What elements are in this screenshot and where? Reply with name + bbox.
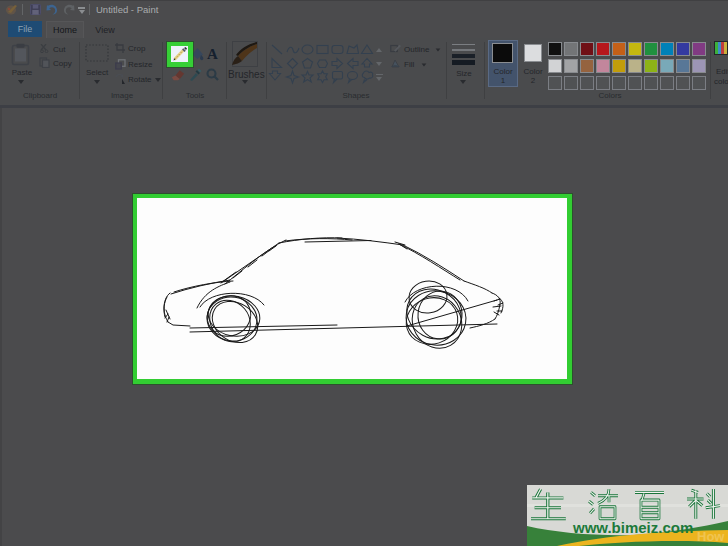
svg-text:How: How [697, 529, 725, 544]
svg-text:www.bimeiz.com: www.bimeiz.com [572, 519, 693, 536]
